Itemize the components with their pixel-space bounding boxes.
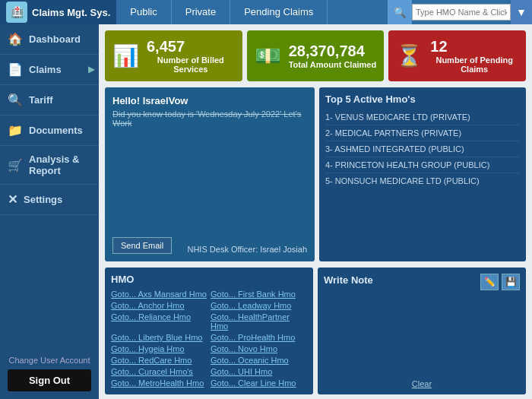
hello-date: Wednesday July 2022: [198, 109, 280, 119]
top5-panel: Top 5 Active Hmo's 1- VENUS MEDICARE LTD…: [319, 87, 526, 261]
sign-out-button[interactable]: Sign Out: [8, 369, 91, 391]
search-input[interactable]: [412, 4, 511, 21]
pending-claims-value: 12: [430, 38, 518, 55]
write-note-save-button[interactable]: 💾: [502, 274, 520, 290]
hmo-panel: HMO Goto... Axs Mansard Hmo Goto... Firs…: [105, 268, 313, 394]
hello-subtitle: Did you know today is 'Wednesday July 20…: [112, 109, 307, 128]
documents-icon: 📁: [8, 123, 23, 138]
sidebar-item-dashboard[interactable]: 🏠 Dashboard: [0, 24, 99, 55]
top5-name-3: ASHMED INTEGRATED (PUBLIC): [334, 144, 464, 154]
top5-name-2: MEDICAL PARTNERS (PRIVATE): [335, 128, 461, 138]
hmo-link-8[interactable]: Goto... Hygeia Hmo: [111, 344, 207, 354]
content-area: 📊 6,457 Number of Billed Services 💵 28,3…: [99, 24, 532, 399]
hello-title: Hello! IsraelVow: [112, 95, 307, 106]
nav-private[interactable]: Private: [172, 0, 230, 24]
hmo-link-1[interactable]: Goto... First Bank Hmo: [211, 289, 307, 299]
billed-services-icon: 📊: [112, 43, 139, 68]
top5-name-5: NONSUCH MEDICARE LTD (PUBLIC): [335, 176, 480, 185]
hmo-title: HMO: [111, 274, 307, 285]
sidebar-bottom: Change User Account Sign Out: [0, 348, 99, 399]
hmo-link-11[interactable]: Goto... Oceanic Hmo: [211, 355, 307, 366]
stat-billed-services: 📊 6,457 Number of Billed Services: [105, 30, 242, 81]
send-email-button[interactable]: Send Email: [112, 237, 172, 254]
top5-num-2: 2-: [325, 128, 333, 138]
sidebar-item-tariff[interactable]: 🔍 Tariff: [0, 85, 99, 116]
sidebar-item-documents[interactable]: 📁 Documents: [0, 116, 99, 146]
top5-item-1: 1- VENUS MEDICARE LTD (PRIVATE): [325, 109, 520, 125]
top5-title: Top 5 Active Hmo's: [325, 93, 520, 105]
billed-services-value: 6,457: [147, 38, 235, 55]
write-note-panel: Write Note ✏️ 💾 Clear: [318, 268, 526, 394]
sidebar-item-analysis[interactable]: 🛒 Analysis & Report: [0, 146, 99, 185]
top5-num-5: 5-: [325, 176, 333, 185]
pending-claims-icon: ⏳: [396, 43, 423, 68]
analysis-icon: 🛒: [8, 158, 23, 173]
total-claimed-icon: 💵: [255, 43, 281, 68]
home-icon: 🏠: [8, 32, 23, 46]
top5-num-4: 4-: [325, 160, 333, 169]
nav-expand-button[interactable]: ▼: [511, 0, 532, 24]
write-note-title: Write Note: [324, 274, 373, 286]
sidebar: 🏠 Dashboard 📄 Claims ▶ 🔍 Tariff 📁 Docume…: [0, 24, 99, 399]
change-user-link[interactable]: Change User Account: [8, 356, 91, 365]
hmo-link-0[interactable]: Goto... Axs Mansard Hmo: [111, 289, 207, 299]
hmo-link-9[interactable]: Goto... Novo Hmo: [211, 344, 307, 354]
top5-name-4: PRINCETON HEALTH GROUP (PUBLIC): [335, 160, 490, 169]
nav-links: Public Private Pending Claims: [116, 0, 388, 24]
hmo-link-10[interactable]: Goto... RedCare Hmo: [111, 355, 207, 366]
stats-row: 📊 6,457 Number of Billed Services 💵 28,3…: [99, 24, 532, 84]
top5-item-2: 2- MEDICAL PARTNERS (PRIVATE): [325, 125, 520, 141]
bot-row: HMO Goto... Axs Mansard Hmo Goto... Firs…: [99, 264, 532, 399]
note-textarea[interactable]: [324, 294, 520, 376]
logo: 🏥 Claims Mgt. Sys.: [0, 0, 116, 24]
hmo-link-14[interactable]: Goto... MetroHealth Hmo: [111, 378, 207, 388]
write-note-toolbar: ✏️ 💾: [480, 274, 520, 290]
main-layout: 🏠 Dashboard 📄 Claims ▶ 🔍 Tariff 📁 Docume…: [0, 24, 532, 399]
hmo-link-6[interactable]: Goto... Liberty Blue Hmo: [111, 332, 207, 343]
hello-panel: Hello! IsraelVow Did you know today is '…: [105, 87, 315, 261]
hmo-link-5[interactable]: Goto... HealthPartner Hmo: [211, 312, 307, 331]
hmo-link-15[interactable]: Goto... Clear Line Hmo: [211, 378, 307, 388]
top5-item-5: 5- NONSUCH MEDICARE LTD (PUBLIC): [325, 173, 520, 188]
logo-text: Claims Mgt. Sys.: [32, 7, 110, 18]
stat-pending-claims: ⏳ 12 Number of Pending Claims: [388, 30, 526, 81]
hello-sub-pre: Did you know today is ': [112, 109, 198, 119]
sidebar-item-claims[interactable]: 📄 Claims ▶: [0, 55, 99, 85]
top-nav: 🏥 Claims Mgt. Sys. Public Private Pendin…: [0, 0, 532, 24]
search-button[interactable]: 🔍: [388, 0, 412, 24]
sidebar-item-settings[interactable]: ✕ Settings: [0, 185, 99, 215]
hmo-link-2[interactable]: Goto... Anchor Hmo: [111, 300, 207, 311]
write-note-edit-button[interactable]: ✏️: [480, 274, 499, 290]
top5-num-3: 3-: [325, 144, 333, 154]
total-claimed-label: Total Amount Claimed: [289, 60, 377, 69]
top5-item-4: 4- PRINCETON HEALTH GROUP (PUBLIC): [325, 157, 520, 173]
top5-item-3: 3- ASHMED INTEGRATED (PUBLIC): [325, 141, 520, 157]
total-claimed-value: 28,370,784: [289, 43, 377, 60]
nhis-officer-text: NHIS Desk Officer: Israel Josiah: [187, 245, 307, 254]
clear-button[interactable]: Clear: [324, 379, 520, 388]
write-note-header: Write Note ✏️ 💾: [324, 274, 520, 290]
pending-claims-label: Number of Pending Claims: [430, 55, 518, 74]
top5-name-1: VENUS MEDICARE LTD (PRIVATE): [335, 112, 470, 122]
stat-total-claimed: 💵 28,370,784 Total Amount Claimed: [247, 30, 385, 81]
billed-services-label: Number of Billed Services: [147, 55, 235, 74]
logo-icon: 🏥: [6, 2, 27, 23]
hmo-link-12[interactable]: Goto... Curacel Hmo's: [111, 366, 207, 377]
search-area: 🔍 ▼: [388, 0, 532, 24]
claims-arrow-icon: ▶: [88, 65, 94, 74]
top5-num-1: 1-: [325, 112, 333, 122]
hmo-link-13[interactable]: Goto... UHI Hmo: [211, 366, 307, 377]
hmo-link-7[interactable]: Goto... ProHealth Hmo: [211, 332, 307, 343]
nav-public[interactable]: Public: [116, 0, 171, 24]
hmo-link-4[interactable]: Goto... Reliance Hmo: [111, 312, 207, 331]
tariff-icon: 🔍: [8, 93, 23, 107]
claims-icon: 📄: [8, 62, 23, 77]
hmo-link-3[interactable]: Goto... Leadway Hmo: [211, 300, 307, 311]
hello-footer: Send Email NHIS Desk Officer: Israel Jos…: [112, 237, 307, 254]
nav-pending[interactable]: Pending Claims: [230, 0, 328, 24]
settings-icon: ✕: [8, 192, 17, 207]
mid-row: Hello! IsraelVow Did you know today is '…: [99, 84, 532, 264]
hmo-grid: Goto... Axs Mansard Hmo Goto... First Ba…: [111, 289, 307, 388]
